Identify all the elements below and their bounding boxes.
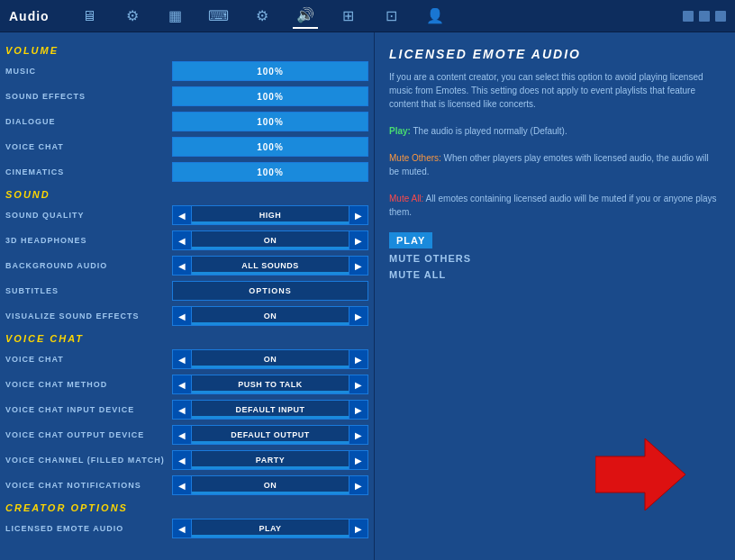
play-desc: The audio is played normally (Default).: [413, 126, 567, 136]
arrow-value-voicechat-1: PUSH TO TALK: [192, 375, 349, 394]
section-header-creator: CREATOR OPTIONS: [5, 502, 368, 513]
setting-row-sound-2: BACKGROUND AUDIO◀ALL SOUNDS▶: [5, 254, 368, 277]
arrow-left-voicechat-3[interactable]: ◀: [172, 425, 192, 445]
arrow-right-voicechat-3[interactable]: ▶: [349, 425, 368, 445]
setting-row-sound-4: VISUALIZE SOUND EFFECTS◀ON▶: [5, 304, 368, 328]
arrow-left-voicechat-2[interactable]: ◀: [172, 400, 192, 420]
maximize-button[interactable]: [699, 11, 710, 22]
arrow-right-sound-2[interactable]: ▶: [349, 256, 368, 275]
setting-row-voicechat-3: VOICE CHAT OUTPUT DEVICE◀DEFAULT OUTPUT▶: [5, 423, 368, 447]
right-panel-description: If you are a content creator, you can se…: [389, 70, 721, 219]
nav-network[interactable]: ⊞: [336, 4, 361, 29]
arrow-control-sound-1: ◀ON▶: [172, 230, 368, 250]
setting-row-sound-3: SUBTITLESOPTIONS: [5, 279, 368, 303]
setting-row-volume-2: DIALOGUE100%: [5, 110, 368, 133]
nav-user[interactable]: 👤: [422, 4, 448, 29]
arrow-control-voicechat-3: ◀DEFAULT OUTPUT▶: [172, 425, 368, 445]
nav-monitor[interactable]: 🖥: [77, 4, 102, 29]
arrow-right-voicechat-2[interactable]: ▶: [349, 400, 368, 420]
nav-display[interactable]: ▦: [163, 4, 188, 29]
arrow-control-voicechat-1: ◀PUSH TO TALK▶: [172, 375, 368, 394]
arrow-value-voicechat-5: ON: [192, 475, 349, 495]
setting-label-volume-0: MUSIC: [5, 67, 172, 76]
play-label: Play:: [389, 126, 411, 136]
arrow-value-voicechat-4: PARTY: [192, 450, 349, 470]
right-option-0[interactable]: PLAY: [389, 232, 432, 248]
description-text: If you are a content creator, you can se…: [389, 72, 703, 109]
nav-gamepad[interactable]: ⊡: [379, 4, 404, 29]
options-btn-sound-3[interactable]: OPTIONS: [172, 281, 368, 301]
arrow-value-creator-0: PLAY: [192, 519, 349, 538]
arrow-right-sound-4[interactable]: ▶: [349, 306, 368, 326]
setting-label-sound-3: SUBTITLES: [5, 286, 172, 295]
arrow-left-voicechat-1[interactable]: ◀: [172, 375, 192, 394]
close-button[interactable]: [715, 11, 726, 22]
setting-row-voicechat-2: VOICE CHAT INPUT DEVICE◀DEFAULT INPUT▶: [5, 398, 368, 421]
arrow-value-voicechat-0: ON: [192, 349, 349, 369]
arrow-control-creator-0: ◀PLAY▶: [172, 519, 368, 538]
setting-label-voicechat-2: VOICE CHAT INPUT DEVICE: [5, 405, 172, 414]
arrow-value-sound-4: ON: [192, 306, 349, 326]
arrow-control-voicechat-4: ◀PARTY▶: [172, 450, 368, 470]
section-header-voicechat: VOICE CHAT: [5, 333, 368, 344]
minimize-button[interactable]: [683, 11, 694, 22]
arrow-right-voicechat-0[interactable]: ▶: [349, 349, 368, 369]
nav-audio[interactable]: 🔊: [293, 4, 318, 29]
right-options-list: PLAYMUTE OTHERSMUTE ALL: [389, 231, 721, 283]
setting-row-voicechat-5: VOICE CHAT NOTIFICATIONS◀ON▶: [5, 474, 368, 497]
arrow-left-creator-0[interactable]: ◀: [172, 519, 192, 538]
volume-control-volume-4[interactable]: 100%: [172, 162, 368, 182]
arrow-left-voicechat-0[interactable]: ◀: [172, 349, 192, 369]
arrow-value-sound-0: HIGH: [192, 205, 349, 225]
arrow-left-sound-2[interactable]: ◀: [172, 256, 192, 275]
setting-label-sound-1: 3D HEADPHONES: [5, 236, 172, 245]
arrow-right-voicechat-5[interactable]: ▶: [349, 475, 368, 495]
setting-label-sound-2: BACKGROUND AUDIO: [5, 261, 172, 270]
arrow-control-voicechat-0: ◀ON▶: [172, 349, 368, 369]
setting-label-volume-1: SOUND EFFECTS: [5, 92, 172, 101]
setting-label-volume-2: DIALOGUE: [5, 117, 172, 126]
mute-all-label: Mute All:: [389, 194, 423, 203]
setting-label-volume-4: CINEMATICS: [5, 167, 172, 176]
svg-marker-0: [595, 438, 685, 510]
volume-control-volume-2[interactable]: 100%: [172, 112, 368, 131]
arrow-right-voicechat-1[interactable]: ▶: [349, 375, 368, 394]
arrow-control-sound-0: ◀HIGH▶: [172, 205, 368, 225]
setting-row-volume-4: CINEMATICS100%: [5, 160, 368, 184]
right-panel-title: LICENSED EMOTE AUDIO: [389, 47, 721, 61]
arrow-right-sound-0[interactable]: ▶: [349, 205, 368, 225]
arrow-control-voicechat-2: ◀DEFAULT INPUT▶: [172, 400, 368, 420]
nav-settings[interactable]: ⚙: [120, 4, 145, 29]
arrow-right-creator-0[interactable]: ▶: [349, 519, 368, 538]
arrow-control-sound-2: ◀ALL SOUNDS▶: [172, 256, 368, 275]
setting-row-creator-0: LICENSED EMOTE AUDIO◀PLAY▶: [5, 517, 368, 540]
arrow-left-sound-1[interactable]: ◀: [172, 230, 192, 250]
nav-keyboard[interactable]: ⌨: [206, 4, 231, 29]
setting-label-voicechat-1: VOICE CHAT METHOD: [5, 380, 172, 389]
arrow-left-voicechat-4[interactable]: ◀: [172, 450, 192, 470]
right-option-1[interactable]: MUTE OTHERS: [389, 250, 721, 266]
arrow-right-sound-1[interactable]: ▶: [349, 230, 368, 250]
section-header-volume: VOLUME: [5, 45, 368, 56]
page-title: Audio: [9, 9, 50, 23]
arrow-right-voicechat-4[interactable]: ▶: [349, 450, 368, 470]
arrow-value-voicechat-2: DEFAULT INPUT: [192, 400, 349, 420]
arrow-control-voicechat-5: ◀ON▶: [172, 475, 368, 495]
arrow-left-voicechat-5[interactable]: ◀: [172, 475, 192, 495]
arrow-left-sound-4[interactable]: ◀: [172, 306, 192, 326]
mute-all-desc: All emotes containing licensed audio wil…: [389, 194, 717, 217]
title-bar: Audio 🖥 ⚙ ▦ ⌨ ⚙ 🔊 ⊞ ⊡ 👤: [0, 0, 735, 32]
section-header-sound: SOUND: [5, 189, 368, 200]
right-option-2[interactable]: MUTE ALL: [389, 266, 721, 283]
volume-control-volume-0[interactable]: 100%: [172, 61, 368, 81]
setting-row-volume-3: VOICE CHAT100%: [5, 135, 368, 158]
nav-controller[interactable]: ⚙: [250, 4, 275, 29]
left-panel: VOLUMEMUSIC100%SOUND EFFECTS100%DIALOGUE…: [0, 32, 374, 560]
setting-row-voicechat-1: VOICE CHAT METHOD◀PUSH TO TALK▶: [5, 373, 368, 396]
setting-label-voicechat-0: VOICE CHAT: [5, 355, 172, 364]
volume-control-volume-3[interactable]: 100%: [172, 137, 368, 157]
setting-row-volume-0: MUSIC100%: [5, 59, 368, 83]
volume-control-volume-1[interactable]: 100%: [172, 86, 368, 106]
red-arrow-indicator: [595, 438, 685, 510]
arrow-left-sound-0[interactable]: ◀: [172, 205, 192, 225]
